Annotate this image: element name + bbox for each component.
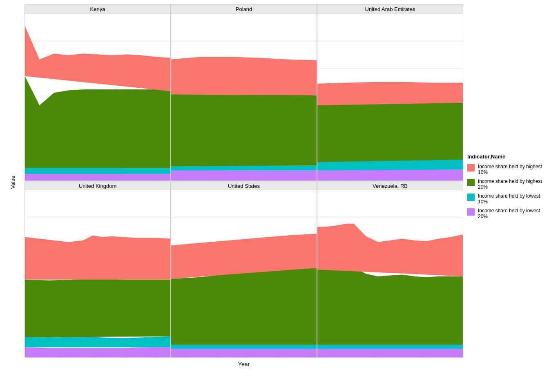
chart-container: Value Kenya bbox=[0, 0, 549, 392]
svg-marker-62 bbox=[25, 347, 170, 357]
svg-marker-42 bbox=[317, 169, 463, 180]
x-axis-label: Year bbox=[25, 358, 463, 368]
legend-panel: Indicator.Name Income share held by high… bbox=[463, 4, 549, 368]
svg-marker-64 bbox=[25, 279, 170, 337]
svg-marker-81 bbox=[171, 349, 317, 357]
svg-marker-8 bbox=[25, 26, 170, 91]
legend-swatch-3 bbox=[467, 194, 475, 201]
legend-label-3: Income share held by lowest 10% bbox=[478, 193, 545, 205]
legend-title: Indicator.Name bbox=[467, 154, 545, 160]
chart-poland: 0 30 60 90 120 2004 2008 2012 2016 bbox=[171, 13, 317, 180]
title-venezuela: Venezuela, RB bbox=[317, 181, 463, 190]
chart-uk: 0 30 60 90 120 1970 1980 1990 2000 2010 bbox=[25, 190, 170, 357]
legend-label-4: Income share held by lowest 20% bbox=[478, 208, 545, 219]
svg-marker-103 bbox=[317, 224, 463, 276]
legend-label-1: Income share held by highest 10% bbox=[478, 164, 545, 175]
chart-kenya: 0 30 60 90 120 1995 2000 2005 2010 2015 bbox=[25, 13, 170, 180]
title-poland: Poland bbox=[171, 4, 317, 13]
panel-uk: United Kingdom bbox=[25, 181, 171, 358]
legend-item-2: Income share held by highest 20% bbox=[467, 178, 545, 190]
charts-grid: Kenya bbox=[25, 4, 463, 358]
legend-swatch-2 bbox=[467, 179, 475, 186]
panel-us: United States bbox=[171, 181, 317, 358]
svg-marker-63 bbox=[25, 336, 170, 347]
panel-poland: Poland bbox=[171, 4, 317, 181]
svg-marker-82 bbox=[171, 345, 317, 349]
chart-us: 0 30 60 90 120 1980 1990 2000 2010 2020 bbox=[171, 190, 317, 357]
title-us: United States bbox=[171, 181, 317, 190]
legend-swatch-4 bbox=[467, 208, 475, 216]
svg-marker-7 bbox=[25, 76, 170, 168]
chart-venezuela: 0 30 60 90 120 1980 1990 2000 bbox=[317, 190, 463, 357]
legend-swatch-1 bbox=[467, 164, 475, 172]
title-uae: United Arab Emirates bbox=[317, 4, 463, 13]
chart-uae: 0 30 60 90 120 2013 2014 2015 2016 2017 … bbox=[317, 13, 463, 180]
charts-wrapper: Value Kenya bbox=[25, 4, 463, 368]
svg-marker-25 bbox=[171, 165, 317, 170]
panel-kenya: Kenya bbox=[25, 4, 171, 181]
svg-marker-65 bbox=[25, 235, 170, 279]
svg-marker-45 bbox=[317, 82, 463, 105]
svg-marker-83 bbox=[171, 268, 317, 345]
legend-label-2: Income share held by highest 20% bbox=[478, 178, 545, 190]
legend-item-3: Income share held by lowest 10% bbox=[467, 193, 545, 205]
svg-marker-27 bbox=[171, 57, 317, 95]
svg-marker-100 bbox=[317, 349, 463, 357]
title-uk: United Kingdom bbox=[25, 181, 170, 190]
panel-uae: United Arab Emirates bbox=[317, 4, 463, 181]
panel-venezuela: Venezuela, RB bbox=[317, 181, 463, 358]
y-axis-label: Value bbox=[10, 176, 16, 189]
legend-item-4: Income share held by lowest 20% bbox=[467, 208, 545, 219]
svg-marker-101 bbox=[317, 345, 463, 349]
svg-marker-26 bbox=[171, 93, 317, 166]
title-kenya: Kenya bbox=[25, 4, 170, 13]
svg-marker-102 bbox=[317, 267, 463, 345]
svg-marker-44 bbox=[317, 103, 463, 162]
legend-item-1: Income share held by highest 10% bbox=[467, 164, 545, 175]
